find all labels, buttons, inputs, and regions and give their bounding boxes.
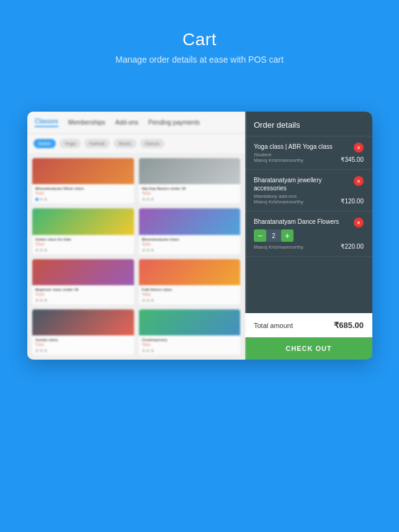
nav-tabs: Classes Memberships Add-ons Pending paym… xyxy=(27,112,245,134)
order-item: Bharatanatyam jewellery accessories Mand… xyxy=(245,170,372,211)
list-item[interactable]: Beginner class under 16 ₹200 xyxy=(32,259,134,304)
filter-music[interactable]: Music xyxy=(114,139,137,148)
class-price: ₹500 xyxy=(35,242,131,246)
decrease-quantity-button[interactable]: − xyxy=(254,229,266,242)
class-image xyxy=(139,208,241,234)
class-price: ₹200 xyxy=(35,292,131,296)
tab-classes[interactable]: Classes xyxy=(35,118,58,127)
checkout-button[interactable]: CHECK OUT xyxy=(245,337,372,360)
quantity-control: − 2 + xyxy=(254,229,294,242)
quantity-value: 2 xyxy=(266,229,281,242)
filter-kathak[interactable]: Kathak xyxy=(84,139,110,148)
order-item: Bharatanatyam Dance Flowers − 2 + Manoj … xyxy=(245,211,372,257)
order-header: Order details xyxy=(245,112,372,136)
class-title: Contemporary xyxy=(142,338,238,342)
class-image xyxy=(139,259,241,285)
class-title: Zumba class xyxy=(35,338,131,342)
class-image xyxy=(32,158,134,184)
class-title: Bharatanatyam class xyxy=(142,237,238,241)
page-subtitle: Manage order details at ease with POS ca… xyxy=(0,55,399,64)
order-item-name: Yoga class | ABR Yoga class xyxy=(254,143,364,151)
left-panel: Classes Memberships Add-ons Pending paym… xyxy=(27,112,245,360)
class-image xyxy=(139,158,241,184)
order-item-name: Bharatanatyam Dance Flowers xyxy=(254,218,364,226)
order-total: Total amount ₹685.00 xyxy=(245,313,372,337)
remove-item-button[interactable] xyxy=(354,176,364,186)
order-item-price: ₹220.00 xyxy=(341,243,364,250)
page-header: Cart Manage order details at ease with P… xyxy=(0,0,399,64)
total-label: Total amount xyxy=(254,322,293,329)
tab-addons[interactable]: Add-ons xyxy=(115,119,138,126)
order-item-name: Bharatanatyam jewellery accessories xyxy=(254,176,364,192)
remove-item-button[interactable] xyxy=(354,143,364,153)
filter-yoga[interactable]: Yoga xyxy=(60,139,81,148)
list-item[interactable]: Bharatanatyam Silver class ₹345 xyxy=(32,158,134,203)
class-image xyxy=(32,259,134,285)
order-panel: Order details Yoga class | ABR Yoga clas… xyxy=(245,112,372,360)
filter-dance[interactable]: Dance xyxy=(140,139,164,148)
app-window: Classes Memberships Add-ons Pending paym… xyxy=(27,112,372,360)
remove-item-button[interactable] xyxy=(354,218,364,228)
class-price: ₹450 xyxy=(142,191,238,195)
list-item[interactable]: Hip Hop Basics under 18 ₹450 xyxy=(139,158,241,203)
list-item[interactable]: Bharatanatyam class ₹345 xyxy=(139,208,241,254)
list-item[interactable]: Guitar class for kids ₹500 xyxy=(32,208,134,254)
list-item[interactable]: Zumba class ₹250 xyxy=(32,309,134,355)
increase-quantity-button[interactable]: + xyxy=(281,229,294,242)
list-item[interactable]: Contemporary ₹400 xyxy=(139,309,241,355)
class-price: ₹400 xyxy=(142,342,238,347)
filter-bar: Ballet Yoga Kathak Music Dance xyxy=(27,134,245,153)
class-title: Beginner class under 16 xyxy=(35,288,131,291)
order-item-price: ₹345.00 xyxy=(341,156,364,163)
class-price: ₹345 xyxy=(142,242,238,246)
class-title: Hip Hop Basics under 18 xyxy=(142,187,238,190)
class-image xyxy=(32,208,134,234)
list-item[interactable]: Folk Dance class ₹300 xyxy=(139,259,241,304)
order-title: Order details xyxy=(254,120,364,130)
tab-memberships[interactable]: Memberships xyxy=(68,119,105,126)
order-items-list: Yoga class | ABR Yoga class Student: Man… xyxy=(245,136,372,313)
page-title: Cart xyxy=(0,30,399,50)
class-title: Bharatanatyam Silver class xyxy=(35,187,131,190)
total-amount: ₹685.00 xyxy=(334,321,364,330)
class-image xyxy=(32,309,134,335)
order-item: Yoga class | ABR Yoga class Student: Man… xyxy=(245,136,372,170)
class-price: ₹300 xyxy=(142,292,238,296)
order-item-price: ₹120.00 xyxy=(341,198,364,205)
class-price: ₹345 xyxy=(35,191,131,195)
class-grid: Bharatanatyam Silver class ₹345 Hip Hop … xyxy=(27,153,245,360)
class-title: Folk Dance class xyxy=(142,288,238,291)
class-price: ₹250 xyxy=(35,342,131,347)
class-image xyxy=(139,309,241,335)
class-title: Guitar class for kids xyxy=(35,237,131,241)
tab-pending[interactable]: Pending payments xyxy=(148,119,200,126)
filter-ballet[interactable]: Ballet xyxy=(34,139,56,148)
